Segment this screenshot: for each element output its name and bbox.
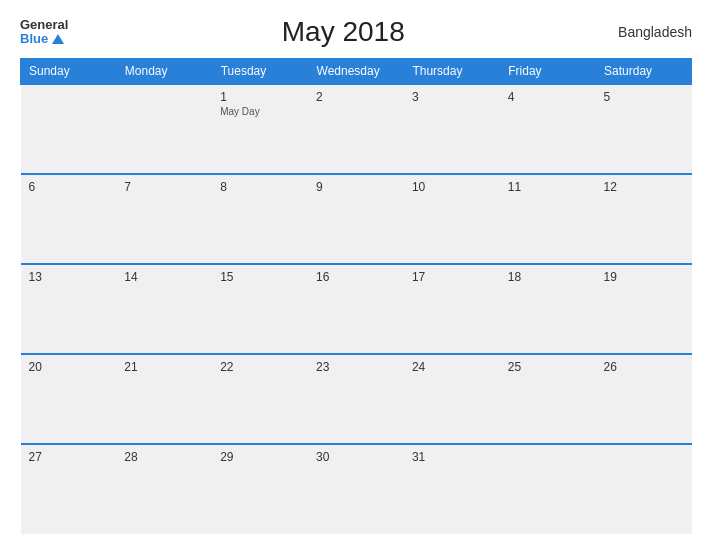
logo-triangle-icon <box>52 34 64 44</box>
calendar-cell: 25 <box>500 354 596 444</box>
day-number: 13 <box>29 270 109 284</box>
day-number: 6 <box>29 180 109 194</box>
calendar-cell: 31 <box>404 444 500 534</box>
calendar-cell <box>116 84 212 174</box>
calendar-cell <box>500 444 596 534</box>
day-number: 5 <box>604 90 684 104</box>
calendar-cell: 24 <box>404 354 500 444</box>
week-row-3: 13141516171819 <box>21 264 692 354</box>
calendar-cell: 11 <box>500 174 596 264</box>
column-header-friday: Friday <box>500 59 596 85</box>
day-number: 23 <box>316 360 396 374</box>
calendar-cell: 19 <box>596 264 692 354</box>
column-header-monday: Monday <box>116 59 212 85</box>
day-number: 24 <box>412 360 492 374</box>
day-number: 29 <box>220 450 300 464</box>
calendar-cell: 6 <box>21 174 117 264</box>
calendar-cell: 4 <box>500 84 596 174</box>
logo: General Blue <box>20 18 68 46</box>
day-number: 21 <box>124 360 204 374</box>
column-header-tuesday: Tuesday <box>212 59 308 85</box>
calendar-body: 1May Day23456789101112131415161718192021… <box>21 84 692 534</box>
day-number: 27 <box>29 450 109 464</box>
day-number: 30 <box>316 450 396 464</box>
calendar-cell: 14 <box>116 264 212 354</box>
day-number: 19 <box>604 270 684 284</box>
column-header-wednesday: Wednesday <box>308 59 404 85</box>
calendar-cell: 22 <box>212 354 308 444</box>
column-header-saturday: Saturday <box>596 59 692 85</box>
calendar-cell: 20 <box>21 354 117 444</box>
day-number: 20 <box>29 360 109 374</box>
calendar-cell: 3 <box>404 84 500 174</box>
day-number: 4 <box>508 90 588 104</box>
calendar-cell <box>596 444 692 534</box>
calendar-cell: 7 <box>116 174 212 264</box>
day-number: 28 <box>124 450 204 464</box>
column-header-thursday: Thursday <box>404 59 500 85</box>
calendar-cell: 17 <box>404 264 500 354</box>
calendar-table: SundayMondayTuesdayWednesdayThursdayFrid… <box>20 58 692 534</box>
holiday-label: May Day <box>220 106 300 117</box>
calendar-cell: 27 <box>21 444 117 534</box>
day-number: 22 <box>220 360 300 374</box>
day-number: 17 <box>412 270 492 284</box>
calendar-cell: 13 <box>21 264 117 354</box>
day-number: 3 <box>412 90 492 104</box>
day-number: 9 <box>316 180 396 194</box>
day-number: 18 <box>508 270 588 284</box>
day-number: 12 <box>604 180 684 194</box>
calendar-cell: 10 <box>404 174 500 264</box>
calendar-title: May 2018 <box>282 16 405 48</box>
column-header-sunday: Sunday <box>21 59 117 85</box>
day-number: 8 <box>220 180 300 194</box>
day-number: 31 <box>412 450 492 464</box>
day-number: 16 <box>316 270 396 284</box>
calendar-cell: 16 <box>308 264 404 354</box>
week-row-2: 6789101112 <box>21 174 692 264</box>
calendar-cell <box>21 84 117 174</box>
calendar-cell: 23 <box>308 354 404 444</box>
calendar-cell: 29 <box>212 444 308 534</box>
calendar-cell: 5 <box>596 84 692 174</box>
calendar-cell: 1May Day <box>212 84 308 174</box>
day-number: 14 <box>124 270 204 284</box>
logo-general-text: General <box>20 18 68 31</box>
calendar-header-row: SundayMondayTuesdayWednesdayThursdayFrid… <box>21 59 692 85</box>
week-row-5: 2728293031 <box>21 444 692 534</box>
calendar-cell: 8 <box>212 174 308 264</box>
calendar-cell: 12 <box>596 174 692 264</box>
country-label: Bangladesh <box>618 24 692 40</box>
day-number: 1 <box>220 90 300 104</box>
calendar-cell: 9 <box>308 174 404 264</box>
day-number: 15 <box>220 270 300 284</box>
week-row-1: 1May Day2345 <box>21 84 692 174</box>
calendar-cell: 2 <box>308 84 404 174</box>
day-number: 2 <box>316 90 396 104</box>
day-number: 25 <box>508 360 588 374</box>
calendar-header: General Blue May 2018 Bangladesh <box>20 16 692 48</box>
day-number: 10 <box>412 180 492 194</box>
day-number: 11 <box>508 180 588 194</box>
day-number: 26 <box>604 360 684 374</box>
week-row-4: 20212223242526 <box>21 354 692 444</box>
calendar-cell: 28 <box>116 444 212 534</box>
logo-blue-text: Blue <box>20 31 64 46</box>
calendar-cell: 30 <box>308 444 404 534</box>
calendar-cell: 18 <box>500 264 596 354</box>
calendar-cell: 26 <box>596 354 692 444</box>
day-number: 7 <box>124 180 204 194</box>
calendar-cell: 15 <box>212 264 308 354</box>
calendar-cell: 21 <box>116 354 212 444</box>
